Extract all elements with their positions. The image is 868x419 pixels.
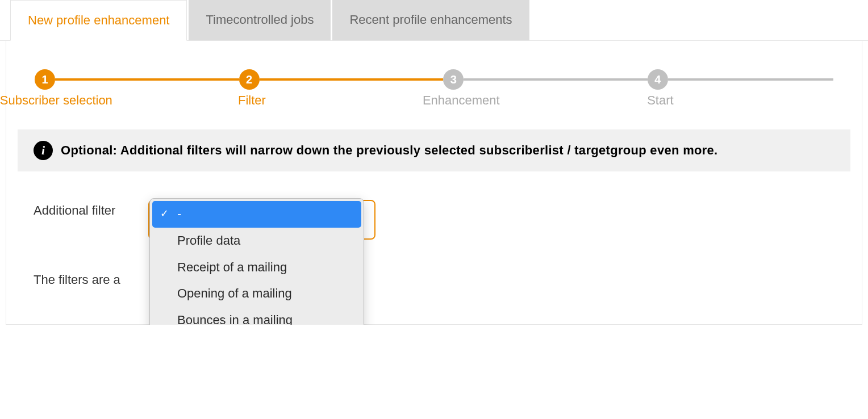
- step-circle-4: 4: [648, 69, 668, 90]
- step-label-1: Subscriber selection: [0, 93, 112, 108]
- tab-timecontrolled-jobs[interactable]: Timecontrolled jobs: [189, 0, 331, 40]
- filters-applied-text: The filters are a: [18, 273, 850, 287]
- tabs-bar: New profile enhancement Timecontrolled j…: [0, 0, 868, 41]
- content-panel: 1 Subscriber selection 2 Filter 3 Enhanc…: [6, 41, 862, 325]
- step-line-2-3: [260, 78, 444, 81]
- step-line-1-2: [55, 78, 239, 81]
- dropdown-option-label: -: [177, 207, 181, 221]
- step-1[interactable]: 1 Subscriber selection: [35, 69, 55, 90]
- info-text: Optional: Additional filters will narrow…: [61, 143, 718, 158]
- additional-filter-label: Additional filter: [34, 200, 115, 218]
- step-line-3-4: [464, 78, 648, 81]
- step-3[interactable]: 3 Enhancement: [443, 69, 464, 90]
- info-banner: i Optional: Additional filters will narr…: [18, 129, 850, 171]
- step-2[interactable]: 2 Filter: [239, 69, 260, 90]
- additional-filter-dropdown: ✓ - Profile data Receipt of a mailing Op…: [149, 198, 364, 325]
- step-4[interactable]: 4 Start: [648, 69, 668, 90]
- dropdown-option-opening-mailing[interactable]: Opening of a mailing: [150, 280, 364, 307]
- dropdown-option-profile-data[interactable]: Profile data: [150, 228, 364, 254]
- step-label-2: Filter: [238, 93, 266, 108]
- step-circle-1: 1: [35, 69, 55, 90]
- dropdown-option-bounces-mailing[interactable]: Bounces in a mailing: [150, 307, 364, 325]
- dropdown-option-receipt-mailing[interactable]: Receipt of a mailing: [150, 254, 364, 281]
- additional-filter-row: Additional filter ✓ - Profile data Recei…: [18, 200, 850, 218]
- tab-new-profile-enhancement[interactable]: New profile enhancement: [10, 0, 187, 41]
- step-line-end: [668, 78, 833, 81]
- tab-recent-profile-enhancements[interactable]: Recent profile enhancements: [332, 0, 529, 40]
- step-circle-3: 3: [443, 69, 464, 90]
- check-icon: ✓: [160, 207, 169, 221]
- step-label-3: Enhancement: [423, 93, 500, 108]
- info-icon: i: [34, 141, 53, 160]
- dropdown-option-none[interactable]: ✓ -: [152, 201, 361, 228]
- step-circle-2: 2: [239, 69, 260, 90]
- wizard-stepper: 1 Subscriber selection 2 Filter 3 Enhanc…: [35, 69, 833, 90]
- step-label-4: Start: [647, 93, 673, 108]
